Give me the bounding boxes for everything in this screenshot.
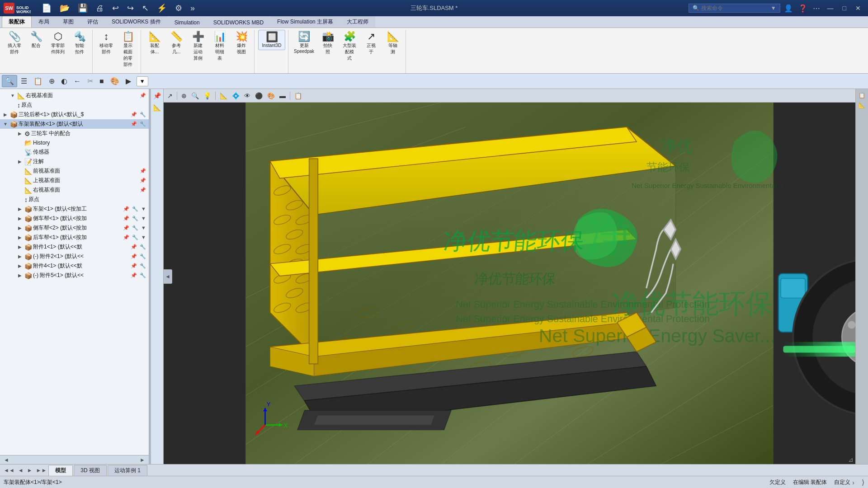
tab-3d-view[interactable]: 3D 视图 bbox=[74, 465, 107, 476]
view-btn-1[interactable]: ☰ bbox=[18, 75, 30, 87]
vt-btn-3[interactable]: 💡 bbox=[202, 91, 213, 100]
tab-da-engineer[interactable]: 大工程师 bbox=[340, 16, 375, 28]
tree-item-sensors[interactable]: 📡 传感器 bbox=[0, 147, 149, 157]
vt-btn-7[interactable]: ⚫ bbox=[253, 91, 264, 100]
tab-layout[interactable]: 布局 bbox=[32, 16, 56, 28]
config-btn[interactable]: 🔧 bbox=[139, 253, 147, 259]
qa-options-btn[interactable]: ⚙ bbox=[172, 2, 185, 14]
snapshot-btn[interactable]: 📸 拍快照 bbox=[318, 30, 338, 57]
tree-item-mates[interactable]: ▶ ⚙ 三轮车 中的配合 bbox=[0, 129, 149, 138]
tab-sketch[interactable]: 草图 bbox=[56, 16, 80, 28]
move-part-btn[interactable]: ↕ 移动零部件 bbox=[96, 30, 116, 57]
mate-btn[interactable]: 🔧 配合 bbox=[26, 30, 46, 51]
vt-btn-1[interactable]: ⊕ bbox=[179, 91, 189, 100]
search-input[interactable] bbox=[701, 5, 769, 11]
vt-btn-9[interactable]: ▬ bbox=[278, 91, 288, 100]
tab-motion[interactable]: 运动算例 1 bbox=[108, 465, 147, 476]
vt-btn-0[interactable]: ↗ bbox=[165, 91, 175, 100]
view-btn-4[interactable]: ◐ bbox=[58, 75, 70, 87]
user-icon[interactable]: 👤 bbox=[782, 4, 795, 13]
maximize-button[interactable]: □ bbox=[839, 4, 850, 13]
vr-btn-0[interactable]: 📋 bbox=[857, 91, 867, 100]
pin-btn[interactable]: 📌 bbox=[130, 253, 138, 259]
tab-nav-end[interactable]: ►► bbox=[34, 467, 49, 474]
view-btn-3[interactable]: ⊕ bbox=[46, 75, 57, 87]
tree-item-origin[interactable]: ↕ 原点 bbox=[0, 100, 149, 110]
large-assembly-btn[interactable]: 🧩 大型装配模式 bbox=[340, 30, 359, 63]
qa-rebuild-btn[interactable]: ⚡ bbox=[154, 2, 170, 14]
pin-btn[interactable]: 📌 bbox=[139, 168, 147, 174]
tab-model[interactable]: 模型 bbox=[48, 465, 73, 476]
tab-flow-sim[interactable]: Flow Simulation 主屏幕 bbox=[270, 16, 340, 28]
config-btn[interactable]: 🔧 bbox=[139, 121, 147, 127]
title-search-box[interactable]: 🔍 ▼ bbox=[689, 4, 780, 13]
tab-nav-next[interactable]: ► bbox=[25, 467, 34, 474]
instant3d-btn[interactable]: 🔲 Instant3D bbox=[258, 30, 285, 50]
tree-item-side-panel1[interactable]: ▶ 📦 侧车帮<1> (默认<按加 📌 🔧 ▼ bbox=[0, 214, 149, 223]
insert-part-btn[interactable]: 📎 插入零部件 bbox=[5, 30, 24, 57]
explode-btn[interactable]: 💥 爆炸视图 bbox=[231, 30, 251, 57]
qa-open-btn[interactable]: 📂 bbox=[57, 2, 72, 14]
config-btn[interactable]: 🔧 bbox=[139, 263, 147, 269]
view-btn-9[interactable]: ▶ bbox=[123, 75, 134, 87]
tree-scroll-right[interactable]: ► bbox=[140, 457, 145, 463]
tab-evaluate[interactable]: 评估 bbox=[80, 16, 105, 28]
vt-btn-6[interactable]: 👁 bbox=[242, 91, 252, 100]
tree-item-origin2[interactable]: ↕ 原点 bbox=[0, 195, 149, 204]
pin-btn[interactable]: 📌 bbox=[130, 121, 138, 127]
vt-btn-4[interactable]: 📐 bbox=[218, 91, 229, 100]
qa-undo-btn[interactable]: ↩ bbox=[109, 2, 122, 14]
vr-btn-1[interactable]: 📐 bbox=[857, 101, 867, 110]
new-motion-btn[interactable]: ➕ 新建运动算例 bbox=[188, 30, 208, 63]
pin-btn[interactable]: 📌 bbox=[122, 216, 130, 221]
dropdown-btn[interactable]: ▼ bbox=[140, 225, 147, 231]
more-icon[interactable]: ⋯ bbox=[811, 4, 822, 13]
vt-btn-10[interactable]: 📋 bbox=[292, 91, 304, 100]
pin-btn[interactable]: 📌 bbox=[122, 206, 130, 212]
vt-btn-8[interactable]: 🎨 bbox=[265, 91, 277, 100]
qa-redo-btn[interactable]: ↪ bbox=[124, 2, 137, 14]
assembly-feature-btn[interactable]: 📐 装配体... bbox=[145, 30, 165, 57]
tab-sw-mbd[interactable]: SOLIDWORKS MBD bbox=[207, 17, 270, 28]
dropdown-btn[interactable]: ▼ bbox=[140, 206, 147, 212]
dropdown-btn[interactable]: ▼ bbox=[140, 216, 147, 221]
pin-btn[interactable]: 📌 bbox=[139, 93, 147, 99]
config-btn[interactable]: 🔧 bbox=[139, 112, 147, 117]
tree-item-rear-panel[interactable]: ▶ 📦 后车帮<1> (默认<按加 📌 🔧 ▼ bbox=[0, 233, 149, 242]
tree-item-side-panel2[interactable]: ▶ 📦 侧车帮<2> (默认<按加 📌 🔧 ▼ bbox=[0, 223, 149, 233]
pin-btn[interactable]: 📌 bbox=[130, 272, 138, 278]
tab-assemble[interactable]: 装配体 bbox=[2, 16, 32, 28]
pattern-btn[interactable]: ⬡ 零零部件阵列 bbox=[48, 30, 68, 57]
qa-print-btn[interactable]: 🖨 bbox=[93, 2, 107, 14]
tree-item-attach1[interactable]: ▶ 📦 附件1<1> (默认<<默 📌 🔧 bbox=[0, 242, 149, 252]
config-btn[interactable]: 🔧 bbox=[131, 206, 139, 212]
normal-to-btn[interactable]: ↗ 正视于 bbox=[361, 30, 381, 57]
tab-simulation[interactable]: Simulation bbox=[168, 17, 207, 28]
config-btn[interactable]: 🔧 bbox=[139, 244, 147, 250]
vt-btn-5[interactable]: 💠 bbox=[230, 91, 241, 100]
bom-btn[interactable]: 📊 材料明细表 bbox=[210, 30, 230, 63]
dropdown-btn[interactable]: ▼ bbox=[140, 235, 147, 240]
pin-btn[interactable]: 📌 bbox=[130, 263, 138, 269]
tree-item-rear-axle[interactable]: ▶ 📦 三轮后桥<1> (默认<默认_$ 📌 🔧 bbox=[0, 110, 149, 119]
config-btn[interactable]: 🔧 bbox=[131, 216, 139, 221]
tree-item-frame[interactable]: ▶ 📦 车架<1> (默认<按加工 📌 🔧 ▼ bbox=[0, 204, 149, 214]
corner-resize[interactable]: ⊿ bbox=[846, 455, 855, 464]
tree-item-attach2[interactable]: ▶ 📦 (-) 附件2<1> (默认<< 📌 🔧 bbox=[0, 252, 149, 261]
view-btn-8[interactable]: 🎨 bbox=[108, 75, 122, 87]
tab-sw-plugin[interactable]: SOLIDWORKS 插件 bbox=[105, 16, 168, 28]
left-panel-toggle[interactable]: ◄ bbox=[164, 269, 172, 284]
help-icon[interactable]: ❓ bbox=[797, 4, 809, 13]
tree-scroll-left[interactable]: ◄ bbox=[4, 457, 9, 463]
qa-more-btn[interactable]: » bbox=[188, 2, 198, 14]
tree-item-frame-assembly[interactable]: ▼ 📦 车架装配体<1> (默认<默认 📌 🔧 bbox=[0, 119, 149, 129]
tab-nav-start[interactable]: ◄◄ bbox=[2, 467, 16, 474]
vt-btn-2[interactable]: 🔍 bbox=[189, 91, 201, 100]
smart-fastener-btn[interactable]: 🔩 智能扣件 bbox=[70, 30, 90, 57]
strip-btn-1[interactable]: 📌 bbox=[152, 91, 162, 101]
pin-btn[interactable]: 📌 bbox=[130, 112, 138, 117]
pin-btn[interactable]: 📌 bbox=[139, 187, 147, 193]
tab-nav-prev[interactable]: ◄ bbox=[16, 467, 25, 474]
view-btn-5[interactable]: ← bbox=[71, 76, 84, 87]
tree-item-right-plane2[interactable]: 📐 右视基准面 📌 bbox=[0, 185, 149, 195]
